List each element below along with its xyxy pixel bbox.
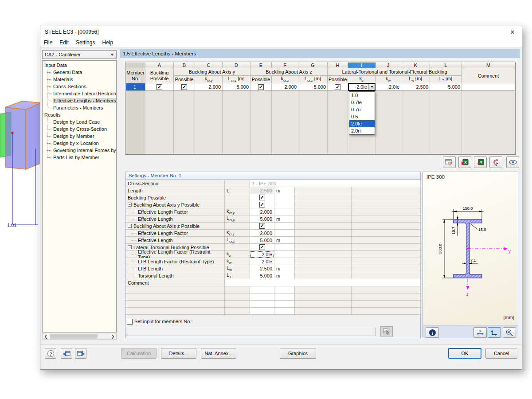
menu-item-settings[interactable]: Settings [76, 39, 95, 46]
menu-item-file[interactable]: File [44, 39, 52, 46]
graphics-button[interactable]: Graphics [280, 348, 316, 359]
column-letter-G[interactable]: G [298, 63, 328, 68]
sidebar-item-input-data[interactable]: Input Data [43, 62, 116, 69]
column-letter-A[interactable]: A [145, 63, 174, 68]
settings-row-buckling-about-axis-y-possible-label[interactable]: −Buckling About Axis y Possible [126, 201, 225, 208]
settings-row-effective-length-factor-restraint-type--value[interactable]: 2.0le [250, 251, 274, 258]
members-list-input[interactable] [126, 327, 376, 336]
possible-ltb-checkbox[interactable]: ✓ [335, 84, 340, 90]
l-w-cell[interactable]: 2.500 [401, 83, 430, 91]
column-letter-K[interactable]: K [401, 63, 430, 68]
sidebar-item-results[interactable]: Results [43, 111, 116, 118]
settings-row-buckling-about-axis-z-possible-checkbox[interactable]: ✓ [259, 223, 265, 229]
collapse-icon[interactable]: − [128, 245, 132, 249]
settings-row-torsional-length-value[interactable]: 5.000 [250, 272, 274, 279]
sidebar-item-design-by-load-case[interactable]: Design by Load Case [43, 118, 116, 125]
column-letter-M[interactable]: M [462, 63, 515, 68]
settings-row-effective-length-factor-value[interactable]: 2.000 [250, 208, 274, 215]
settings-row-buckling-about-axis-z-possible-value[interactable]: ✓ [250, 223, 274, 230]
sidebar-item-effective-lengths-members[interactable]: Effective Lengths - Members [43, 97, 116, 104]
dropdown-option-2_0ri[interactable]: 2.0ri [349, 127, 375, 134]
cancel-button[interactable]: Cancel [485, 348, 517, 359]
scroll-right-icon[interactable]: ❯ [110, 334, 116, 339]
export-excel-button[interactable]: X [458, 156, 471, 168]
column-letter-D[interactable]: D [223, 63, 250, 68]
view-button[interactable] [506, 156, 519, 168]
member-row-header[interactable]: 1 [126, 83, 145, 91]
column-letter-E[interactable]: E [250, 63, 272, 68]
dropdown-option-2_0le[interactable]: 2.0le [349, 120, 375, 127]
settings-row-buckling-about-axis-z-possible-label[interactable]: −Buckling About Axis z Possible [126, 223, 225, 230]
sidebar-item-intermediate-lateral-restraints[interactable]: Intermediate Lateral Restraints [43, 90, 116, 97]
k-cr-y-cell[interactable]: 2.000 [195, 83, 223, 91]
dropdown-option-1_0[interactable]: 1.0 [349, 92, 375, 99]
info-button[interactable]: i [426, 327, 439, 338]
sidebar-item-design-by-cross-section[interactable]: Design by Cross-Section [43, 125, 116, 133]
zoom-reset-button[interactable] [503, 327, 516, 338]
possible-z-checkbox[interactable]: ✓ [258, 84, 264, 90]
settings-row-comment-value[interactable] [225, 279, 421, 286]
settings-row-effective-length-value[interactable]: 5.000 [250, 215, 274, 223]
column-letter-J[interactable]: J [376, 63, 401, 68]
menu-item-edit[interactable]: Edit [59, 39, 69, 46]
dropdown-option-0_7ri[interactable]: 0.7ri [349, 106, 375, 113]
sidebar-item-parameters-members[interactable]: Parameters - Members [43, 104, 116, 111]
help-button[interactable]: ? [45, 348, 56, 359]
dropdown-option-0_7le[interactable]: 0.7le [349, 99, 375, 106]
settings-row-ltb-length-factor-restraint-type--value[interactable]: 2.0le [250, 258, 274, 265]
sidebar-item-materials[interactable]: Materials [43, 76, 116, 83]
buckling-possible-cell[interactable]: ✓ [145, 83, 174, 91]
kz-dropdown-button[interactable] [368, 84, 375, 90]
sidebar-item-cross-sections[interactable]: Cross-Sections [43, 83, 116, 90]
collapse-icon[interactable]: − [128, 203, 132, 207]
l-t-cell[interactable]: 5.000 [430, 83, 462, 91]
possible-z-cell[interactable]: ✓ [250, 83, 272, 91]
l-cr-z-cell[interactable]: 5.000 [298, 83, 328, 91]
collapse-icon[interactable]: − [128, 224, 132, 228]
comment-cell[interactable] [462, 83, 515, 91]
kz-combobox[interactable]: 2.0le [348, 83, 376, 91]
settings-row-ltb-length-value[interactable]: 2.500 [250, 265, 274, 272]
column-letter-C[interactable]: C [195, 63, 223, 68]
settings-row-lateral-torsional-buckling-possible-checkbox[interactable]: ✓ [259, 244, 265, 250]
l-cr-y-cell[interactable]: 5.000 [223, 83, 250, 91]
apply-to-graphic-button[interactable] [443, 156, 456, 168]
settings-row-effective-length-value[interactable]: 5.000 [250, 237, 274, 244]
close-icon[interactable]: ✕ [508, 28, 517, 36]
next-window-button[interactable] [75, 348, 86, 359]
column-letter-F[interactable]: F [272, 63, 298, 68]
scrollbar-thumb[interactable] [50, 334, 98, 339]
ok-button[interactable]: OK [448, 348, 481, 359]
possible-y-checkbox[interactable]: ✓ [181, 84, 187, 90]
x-axis-view-button[interactable]: x [473, 327, 487, 338]
sidebar-item-governing-internal-forces-by-m[interactable]: Governing Internal Forces by M [43, 147, 116, 154]
settings-row-length-value[interactable]: 2.500 [250, 187, 274, 194]
column-letter-B[interactable]: B [174, 63, 195, 68]
column-letter-I[interactable]: I [348, 63, 376, 68]
settings-row-buckling-about-axis-y-possible-value[interactable]: ✓ [250, 201, 274, 208]
k-cr-z-cell[interactable]: 2.000 [272, 83, 298, 91]
nat-annex-button[interactable]: Nat. Annex... [201, 348, 236, 359]
settings-row-lateral-torsional-buckling-possible-value[interactable]: ✓ [250, 244, 274, 251]
scroll-left-icon[interactable]: ❮ [43, 334, 49, 339]
pick-member-button[interactable] [489, 156, 502, 168]
possible-y-cell[interactable]: ✓ [174, 83, 195, 91]
settings-row-buckling-possible-value[interactable]: ✓ [250, 194, 274, 201]
possible-ltb-cell[interactable]: ✓ [328, 83, 348, 91]
tree-horizontal-scrollbar[interactable]: ❮ ❯ [42, 333, 117, 340]
sidebar-item-parts-list-by-member[interactable]: Parts List by Member [43, 154, 116, 161]
settings-row-cross-section-value[interactable]: 1 - IPE 300 [250, 180, 421, 187]
sidebar-item-general-data[interactable]: General Data [43, 69, 116, 76]
menu-item-help[interactable]: Help [102, 39, 113, 46]
set-input-checkbox[interactable] [127, 319, 133, 325]
calculation-button[interactable]: Calculation [121, 348, 156, 359]
column-letter-L[interactable]: L [430, 63, 462, 68]
previous-window-button[interactable] [61, 348, 72, 359]
axes-view-button[interactable] [488, 327, 501, 338]
settings-row-buckling-possible-checkbox[interactable]: ✓ [259, 195, 265, 200]
settings-row-buckling-about-axis-y-possible-checkbox[interactable]: ✓ [259, 202, 265, 207]
settings-row-effective-length-factor-value[interactable]: 2.000 [250, 230, 274, 237]
k-w-cell[interactable]: 2.0le [376, 83, 401, 91]
column-letter-H[interactable]: H [328, 63, 348, 68]
pick-members-button[interactable] [380, 326, 393, 336]
